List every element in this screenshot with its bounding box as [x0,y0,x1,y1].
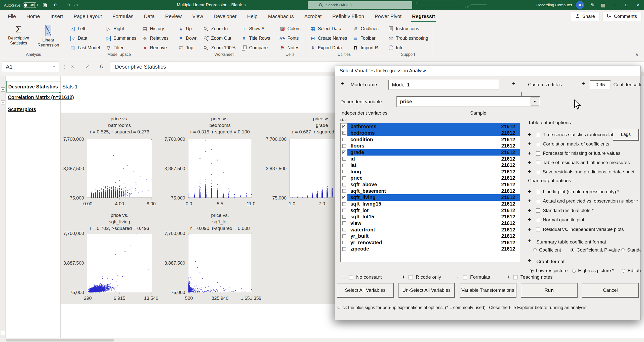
variable-row-sqft-basement[interactable]: sqft_basement21612 [341,188,520,194]
zoom-out-button[interactable]: −Zoom Out [203,34,235,43]
tab-refinitiv-eikon[interactable]: Refinitiv Eikon [327,10,370,23]
variable-row-sqft-above[interactable]: sqft_above21612 [341,181,520,188]
check-teaching-notes[interactable]: +Teaching notes [507,274,553,280]
plus-icon[interactable]: + [512,81,515,86]
tab-power-pivot[interactable]: Power Pivot [369,10,407,23]
variable-row-yr-built[interactable]: yr_built21612 [341,233,520,239]
horizontal-scrollbar[interactable] [0,338,644,342]
variable-checkbox[interactable] [342,228,346,231]
checkbox[interactable] [409,275,413,279]
chart-output-checkbox[interactable] [536,199,540,203]
undo-caret-icon[interactable]: ▾ [60,4,62,7]
un-select-all-variables-button[interactable]: Un-Select All Variables [398,283,455,298]
variable-row-zipcode[interactable]: zipcode21612 [341,246,520,252]
variable-row-lat[interactable]: lat21612 [341,162,520,169]
summary-format-radio[interactable] [621,248,625,252]
collapse-ribbon-icon[interactable]: ∧ [635,52,638,57]
variable-checkbox[interactable] [342,176,346,180]
share-button[interactable]: Share [571,12,599,21]
variable-checkbox[interactable] [342,170,346,173]
graph-format-radio[interactable] [622,269,625,273]
table-output-checkbox[interactable] [536,142,540,146]
check-formulas[interactable]: +Formulas [456,274,490,280]
plus-icon[interactable]: + [528,142,531,146]
plus-icon[interactable]: + [456,275,460,279]
data-button[interactable]: ◁Data [70,34,100,43]
plus-icon[interactable]: + [528,151,531,156]
variable-checkbox[interactable] [342,151,346,154]
last-model-button[interactable]: ▨Last Model [70,43,100,52]
plus-icon[interactable]: + [341,81,344,86]
confidence-level-input[interactable]: 0.95 [590,80,611,89]
title-caret-icon[interactable]: ▾ [245,4,246,7]
variable-row-price[interactable]: price21612 [341,175,520,181]
summary-format-option-standardized[interactable]: Standardized [621,247,641,253]
variable-checkbox[interactable] [342,247,346,251]
import-r-button[interactable]: RImport R [353,43,379,52]
model-name-input[interactable]: Model 1 [388,80,499,90]
chevron-down-icon[interactable]: ▼ [531,97,539,106]
independent-variables-list[interactable]: bathrooms21612bedrooms21612condition2161… [340,123,520,262]
variable-checkbox[interactable] [342,241,346,244]
checkbox[interactable] [349,275,353,279]
info-button[interactable]: ⓘInfo [388,43,428,52]
lags-button[interactable]: Lags [613,129,639,141]
run-button[interactable]: Run [521,283,578,298]
sheet-link-correlation-matrix[interactable]: Correlation Matrix (n=21612) [8,94,74,100]
history-button[interactable]: ▤History [142,24,169,33]
scrollbar-thumb[interactable] [6,339,114,341]
chart-output-checkbox[interactable] [536,218,540,222]
variable-row-waterfront[interactable]: waterfront21612 [341,226,520,233]
filter-button[interactable]: ▽Filter [105,43,136,52]
tab-review[interactable]: Review [160,10,187,23]
plus-icon[interactable]: + [528,258,531,263]
summary-format-option-coefficient[interactable]: Coefficient [533,247,561,253]
outline-expand-button[interactable]: + [1,331,5,335]
dependent-variable-dropdown[interactable]: price ▼ [396,96,540,107]
confirm-entry-icon[interactable]: ✓ [85,64,90,70]
variable-row-long[interactable]: long21612 [341,168,520,175]
variable-checkbox[interactable] [342,221,346,225]
variable-checkbox[interactable] [342,196,346,199]
variable-checkbox[interactable] [342,138,346,141]
avatar[interactable]: RC [576,1,584,9]
checkbox[interactable] [463,275,467,279]
redo-caret-icon[interactable]: ▾ [74,4,75,7]
plus-icon[interactable]: + [528,218,531,222]
save-icon[interactable] [41,3,48,8]
comments-button[interactable]: Comments [602,12,641,21]
autosave-toggle[interactable]: AutoSave Off [4,2,38,8]
minimize-button[interactable]: ─ [609,0,621,10]
table-output-checkbox[interactable] [536,133,540,137]
toolbar-button[interactable]: ≣Toolbar [353,34,379,43]
variable-row-yr-renovated[interactable]: yr_renovated21612 [341,239,520,246]
create-names-button[interactable]: ⊞Create Names [310,34,347,43]
remove-button[interactable]: ×Remove [142,43,169,52]
down-button[interactable]: ▼Down [178,34,197,43]
plus-icon[interactable]: + [528,160,531,165]
tab-file[interactable]: File [3,10,21,23]
relatives-button[interactable]: ❖Relatives [142,34,169,43]
cancel-button[interactable]: Cancel [582,283,639,298]
variable-checkbox[interactable] [342,157,346,161]
zoom-100-button[interactable]: Zoom 100% [203,43,235,52]
name-box[interactable]: A1 [2,61,59,72]
zoom-in-button[interactable]: +Zoom In [203,24,235,33]
colors-button[interactable]: Colors [279,24,301,33]
cell-b1[interactable]: Stats 1 [62,84,78,90]
summary-format-radio[interactable] [533,248,537,252]
plus-icon[interactable]: + [582,81,585,86]
tab-home[interactable]: Home [21,10,45,23]
plus-icon[interactable]: + [528,132,531,137]
plus-icon[interactable]: + [528,208,531,213]
show-all-button[interactable]: +Show All [241,24,270,33]
variable-row-sqft-living15[interactable]: sqft_living1521612 [341,201,520,207]
chart-output-checkbox[interactable] [536,227,540,231]
graph-format-option-editable[interactable]: Editable [622,268,641,273]
summaries-button[interactable]: ▷Summaries [105,34,136,43]
export-data-button[interactable]: ⇩Export Data [310,43,347,52]
variable-checkbox[interactable] [342,215,346,219]
variable-row-sqft-living[interactable]: sqft_living21612 [341,194,520,201]
tab-developer[interactable]: Developer [208,10,242,23]
tab-acrobat[interactable]: Acrobat [299,10,327,23]
